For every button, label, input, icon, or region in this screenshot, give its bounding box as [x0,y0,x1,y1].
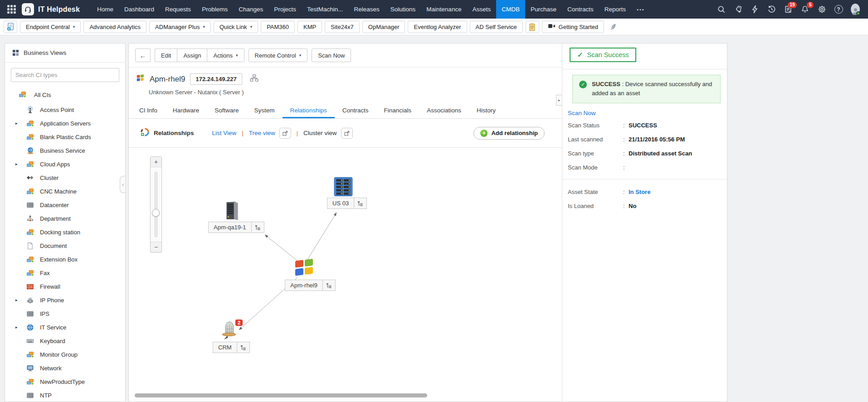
row-value[interactable]: In Store [629,189,727,195]
expand-arrow-icon[interactable]: ▸ [15,298,18,302]
quicklink-getting-started[interactable]: Getting Started [542,21,604,33]
avatar-icon[interactable] [851,5,860,14]
view-link-list-view[interactable]: List View [212,130,237,136]
sidebar-item-monitor-group[interactable]: Monitor Group [5,348,125,361]
quicklink-endpoint-central[interactable]: Endpoint Central▾ [20,21,81,33]
nav-item-projects[interactable]: Projects [268,0,302,19]
nav-item-maintenance[interactable]: Maintenance [421,0,467,19]
gear-icon[interactable] [817,5,826,14]
popout-cluster-view-button[interactable] [341,128,353,139]
tab-hardware[interactable]: Hardware [165,103,207,118]
graph-node-crm[interactable]: CRM [213,342,250,353]
sidebar-item-ip-phone[interactable]: ▸IP Phone [5,293,125,307]
sidebar-item-ips[interactable]: IPS [5,307,125,320]
sidebar-item-access-point[interactable]: Access Point [5,103,125,116]
graph-node-apm-qa19-1[interactable]: Apm-qa19-1 [208,222,264,233]
sidebar-item-firewall[interactable]: Firewall [5,280,125,293]
view-link-cluster-view[interactable]: Cluster view [303,130,337,136]
sidebar-item-document[interactable]: Document [5,239,125,252]
graph-horizontal-scrollbar[interactable] [135,393,427,397]
nav-item-problems[interactable]: Problems [196,0,233,19]
tab-relationships[interactable]: Relationships [283,103,335,118]
nav-more-button[interactable]: ••• [631,7,650,12]
node-menu-button[interactable] [354,198,367,209]
relationship-graph[interactable]: + − US 03Apm-qa19-1Apm-rhel92CRM [129,148,562,402]
history-icon[interactable] [767,5,776,14]
sidebar-item-newproducttype[interactable]: NewProductType [5,375,125,388]
node-menu-button[interactable] [323,280,336,291]
nav-item-purchase[interactable]: Purchase [525,0,562,19]
doc-add-icon-button[interactable] [4,21,17,33]
tab-financials[interactable]: Financials [376,103,419,118]
sidebar-item-blank-plastic-cards[interactable]: Blank Plastic Cards [5,130,125,144]
assign-button[interactable]: Assign [177,48,207,62]
quicklink-advanced-analytics[interactable]: Advanced Analytics [83,21,146,33]
quicklink-site24x7[interactable]: Site24x7 [325,21,360,33]
nav-item-dashboard[interactable]: Dashboard [119,0,160,19]
sidebar-item-network[interactable]: Network [5,361,125,375]
tag-add-icon[interactable] [733,5,742,14]
node-menu-button[interactable] [252,222,264,233]
nav-item-requests[interactable]: Requests [160,0,196,19]
tab-associations[interactable]: Associations [419,103,469,118]
sidebar-item-datacenter[interactable]: Datacenter [5,198,125,212]
scan-success-button[interactable]: ✓ Scan Success [570,48,636,62]
tab-system[interactable]: System [247,103,283,118]
nav-item-cmdb[interactable]: CMDB [496,0,525,19]
nav-item-testmachin[interactable]: TestMachin... [302,0,349,19]
bell-icon[interactable]: 5 [800,5,809,14]
quicklink-ad-self-service[interactable]: AD Self Service [470,21,523,33]
zoom-slider-track[interactable] [151,167,161,242]
view-link-tree-view[interactable]: Tree view [249,130,275,136]
sidebar-item-it-service[interactable]: ▸IT Service [5,320,125,334]
nav-item-home[interactable]: Home [92,0,119,19]
node-menu-button[interactable] [237,342,250,353]
quicklink-admanager-plus[interactable]: ADManager Plus▾ [149,21,211,33]
graph-node-us-03[interactable]: US 03 [327,198,367,209]
graph-node-icon-apm-qa19-1[interactable] [221,200,242,221]
quicklink-quick-link[interactable]: Quick Link▾ [214,21,258,33]
graph-node-icon-apm-rhel9[interactable] [294,257,315,278]
help-icon[interactable]: ? [834,5,843,14]
app-grid-icon[interactable] [5,4,17,15]
sidebar-item-keyboard[interactable]: Keyboard [5,334,125,348]
sidebar-item-fax[interactable]: Fax [5,266,125,280]
sidebar-item-ntp[interactable]: NTP [5,388,125,402]
expand-arrow-icon[interactable]: ▸ [15,162,18,166]
sidebar-item-cloud-apps[interactable]: ▸Cloud Apps [5,157,125,171]
nav-item-assets[interactable]: Assets [467,0,497,19]
nav-item-releases[interactable]: Releases [349,0,385,19]
tab-history[interactable]: History [469,103,503,118]
expand-arrow-icon[interactable]: ▸ [15,121,18,126]
sidebar-item-cnc-machine[interactable]: CNC Machine [5,184,125,198]
sidebar-item-application-servers[interactable]: ▸Application Servers [5,116,125,130]
graph-node-icon-crm[interactable]: 2 [219,320,240,341]
clipboard-icon-button[interactable] [526,21,539,33]
quill-icon[interactable] [607,23,619,31]
panel-expand-handle[interactable]: ▸ [556,95,562,106]
add-relationship-button[interactable]: + Add relationship [473,127,545,140]
sidebar-item-all-cis[interactable]: All CIs [5,87,125,103]
nav-item-reports[interactable]: Reports [599,0,631,19]
sidebar-item-docking-station[interactable]: Docking station [5,225,125,239]
graph-node-apm-rhel9[interactable]: Apm-rhel9 [285,280,336,291]
nav-item-changes[interactable]: Changes [233,0,268,19]
zoom-in-button[interactable]: + [151,157,161,167]
search-ci-input[interactable] [11,68,119,82]
sidebar-item-department[interactable]: Department [5,212,125,225]
actions-dropdown[interactable]: Actions▾ [207,48,244,62]
sitemap-icon[interactable] [250,74,258,84]
sidebar-collapse-handle[interactable]: ‹ [120,176,126,193]
back-button[interactable]: ← [135,48,151,62]
task-list-icon[interactable]: 19 [784,5,793,14]
helpdesk-logo-icon[interactable] [22,3,34,15]
expand-arrow-icon[interactable]: ▸ [15,325,18,329]
search-icon[interactable] [717,5,726,14]
quicklink-eventlog-analyzer[interactable]: Eventlog Analyzer [408,21,467,33]
tab-software[interactable]: Software [207,103,246,118]
tab-contracts[interactable]: Contracts [335,103,376,118]
graph-node-icon-us-03[interactable] [333,177,354,198]
scan-now-link[interactable]: Scan Now [568,110,596,116]
sidebar-item-business-service[interactable]: Business Service [5,144,125,157]
edit-button[interactable]: Edit [155,48,177,62]
